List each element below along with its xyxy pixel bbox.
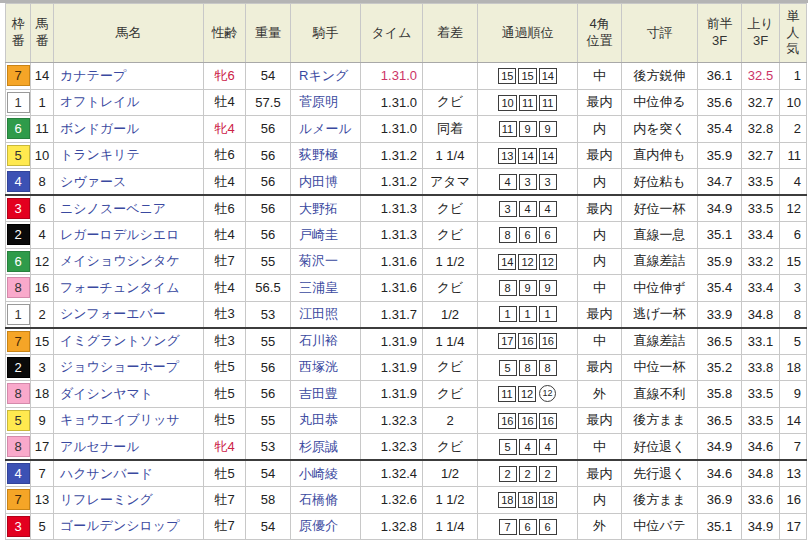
jockey-link[interactable]: 三浦皇 xyxy=(291,275,361,302)
horse-name-link[interactable]: リフレーミング xyxy=(54,487,204,514)
jockey-link[interactable]: 石橋脩 xyxy=(291,487,361,514)
margin-cell: クビ xyxy=(423,434,478,461)
waku-badge: 2 xyxy=(7,357,30,378)
jockey-link[interactable]: 荻野極 xyxy=(291,142,361,169)
jockey-link[interactable]: Rキング xyxy=(291,63,361,90)
popularity-cell: 6 xyxy=(780,222,807,249)
corner4-cell: 中 xyxy=(578,328,622,355)
col-header-waku: 枠番 xyxy=(6,4,31,63)
popularity-cell: 17 xyxy=(780,513,807,540)
table-row: 510トランキリテ牡656荻野極1.31.21 1/4131414最内直内伸も3… xyxy=(6,142,807,169)
weight-cell: 53 xyxy=(246,434,291,461)
horse-name-link[interactable]: シンフォーエバー xyxy=(54,301,204,328)
waku-badge: 7 xyxy=(7,489,30,510)
horse-name-link[interactable]: メイショウシンタケ xyxy=(54,248,204,275)
horse-name-link[interactable]: レガーロデルシエロ xyxy=(54,222,204,249)
horse-name-link[interactable]: オフトレイル xyxy=(54,89,204,116)
waku-cell: 4 xyxy=(6,169,31,196)
jockey-link[interactable]: 菅原明 xyxy=(291,89,361,116)
time-cell: 1.31.9 xyxy=(361,328,423,355)
comment-cell: 好位一杯 xyxy=(622,195,698,222)
weight-cell: 56 xyxy=(246,169,291,196)
col-header-sexage: 性齢 xyxy=(204,4,246,63)
horse-name-link[interactable]: ゴールデンシロップ xyxy=(54,513,204,540)
weight-cell: 56 xyxy=(246,195,291,222)
header-label: 性齢 xyxy=(212,25,238,40)
passing-position-box: 8 xyxy=(499,227,517,243)
time-cell: 1.32.4 xyxy=(361,460,423,487)
passing-position-box: 18 xyxy=(539,492,557,508)
first3f-cell: 35.2 xyxy=(698,354,742,381)
passing-order-cell: 101111 xyxy=(478,89,578,116)
jockey-link[interactable]: 戸崎圭 xyxy=(291,222,361,249)
jockey-link[interactable]: 丸田恭 xyxy=(291,407,361,434)
jockey-link[interactable]: 原優介 xyxy=(291,513,361,540)
time-cell: 1.31.6 xyxy=(361,275,423,302)
sexage-cell: 牡4 xyxy=(204,222,246,249)
horse-name-link[interactable]: トランキリテ xyxy=(54,142,204,169)
comment-cell: 直線不利 xyxy=(622,381,698,408)
first3f-cell: 35.1 xyxy=(698,513,742,540)
passing-order-cell: 899 xyxy=(478,275,578,302)
horse-name-link[interactable]: シヴァース xyxy=(54,169,204,196)
passing-position-box: 18 xyxy=(498,492,516,508)
jockey-link[interactable]: 小崎綾 xyxy=(291,460,361,487)
passing-position-box: 3 xyxy=(499,201,517,217)
waku-badge: 3 xyxy=(7,516,30,537)
header-row: 枠番 馬番 馬名 性齢 重量 騎手 タイム 着差 通過順位 4角位置 寸評 前半… xyxy=(6,4,807,63)
margin-cell: アタマ xyxy=(423,169,478,196)
col-header-first3f: 前半3F xyxy=(698,4,742,63)
passing-position-box: 6 xyxy=(519,227,537,243)
jockey-link[interactable]: 内田博 xyxy=(291,169,361,196)
passing-position-box: 13 xyxy=(498,148,516,164)
horse-name-link[interactable]: キョウエイブリッサ xyxy=(54,407,204,434)
jockey-link[interactable]: 吉田豊 xyxy=(291,381,361,408)
corner4-cell: 最内 xyxy=(578,407,622,434)
first3f-cell: 36.1 xyxy=(698,63,742,90)
horse-name-link[interactable]: ボンドガール xyxy=(54,116,204,143)
horse-name-link[interactable]: ハクサンバード xyxy=(54,460,204,487)
horse-name-link[interactable]: イミグラントソング xyxy=(54,328,204,355)
popularity-cell: 15 xyxy=(780,248,807,275)
weight-cell: 55 xyxy=(246,328,291,355)
popularity-cell: 7 xyxy=(780,434,807,461)
popularity-cell: 5 xyxy=(780,328,807,355)
waku-badge: 5 xyxy=(7,145,30,166)
jockey-link[interactable]: 杉原誠 xyxy=(291,434,361,461)
passing-position-box: 11 xyxy=(498,386,516,402)
waku-cell: 7 xyxy=(6,63,31,90)
jockey-link[interactable]: 石川裕 xyxy=(291,328,361,355)
waku-cell: 7 xyxy=(6,328,31,355)
passing-order-cell: 544 xyxy=(478,434,578,461)
last3f-cell: 33.4 xyxy=(742,222,780,249)
jockey-link[interactable]: 大野拓 xyxy=(291,195,361,222)
waku-badge: 1 xyxy=(7,304,30,325)
comment-cell: 直線差詰 xyxy=(622,248,698,275)
waku-badge: 5 xyxy=(7,410,30,431)
header-label: タイム xyxy=(372,25,412,40)
umaban-cell: 11 xyxy=(31,116,54,143)
passing-order-cell: 141212 xyxy=(478,248,578,275)
weight-cell: 56 xyxy=(246,222,291,249)
horse-name-link[interactable]: ダイシンヤマト xyxy=(54,381,204,408)
header-label: 騎手 xyxy=(313,25,339,40)
results-body: 714カナテープ牝654Rキング1.31.0151514中後方鋭伸36.132.… xyxy=(6,63,807,540)
horse-name-link[interactable]: ニシノスーベニア xyxy=(54,195,204,222)
passing-position-box: 11 xyxy=(499,121,517,137)
passing-order-cell: 1199 xyxy=(478,116,578,143)
first3f-cell: 35.1 xyxy=(698,222,742,249)
jockey-link[interactable]: ルメール xyxy=(291,116,361,143)
horse-name-link[interactable]: ジョウショーホープ xyxy=(54,354,204,381)
last3f-cell: 34.9 xyxy=(742,513,780,540)
sexage-cell: 牝4 xyxy=(204,434,246,461)
horse-name-link[interactable]: カナテープ xyxy=(54,63,204,90)
jockey-link[interactable]: 西塚洸 xyxy=(291,354,361,381)
passing-position-box: 4 xyxy=(539,439,557,455)
waku-cell: 7 xyxy=(6,487,31,514)
horse-name-link[interactable]: アルセナール xyxy=(54,434,204,461)
jockey-link[interactable]: 菊沢一 xyxy=(291,248,361,275)
jockey-link[interactable]: 江田照 xyxy=(291,301,361,328)
umaban-cell: 8 xyxy=(31,169,54,196)
horse-name-link[interactable]: フォーチュンタイム xyxy=(54,275,204,302)
col-header-time: タイム xyxy=(361,4,423,63)
